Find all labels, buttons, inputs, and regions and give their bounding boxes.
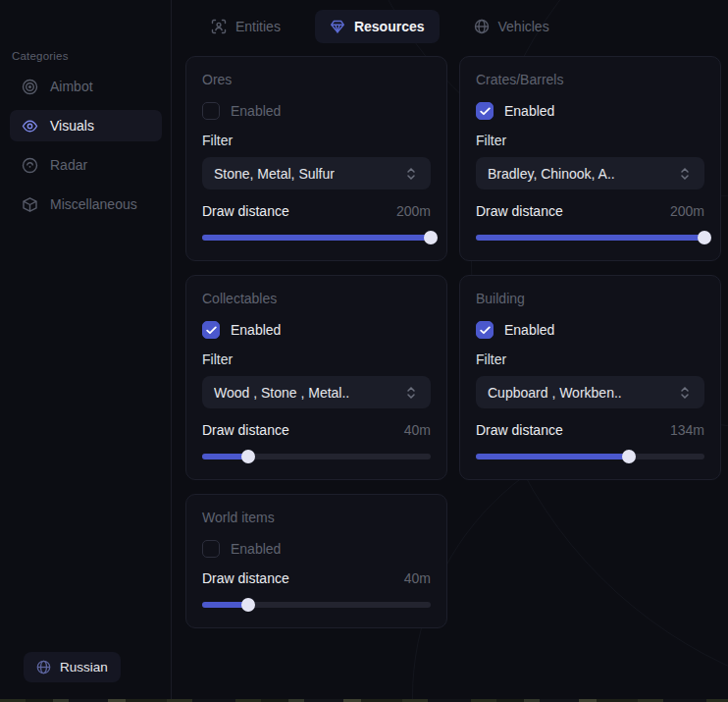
tab-label: Entities [235,19,281,34]
enabled-row: Enabled [202,102,431,120]
categories-heading: Categories [12,50,69,62]
filter-label: Filter [202,133,431,148]
enabled-label: Enabled [504,322,554,338]
enabled-row: Enabled [202,540,431,558]
slider-thumb[interactable] [424,231,438,244]
sidebar-item-label: Visuals [50,118,94,134]
draw-distance-slider[interactable] [202,231,431,244]
sidebar-item-label: Radar [50,157,87,173]
language-button-label: Russian [60,660,108,675]
slider-thumb[interactable] [241,450,255,463]
right-column: Crates/Barrels Enabled Filter Bradley, C… [459,56,721,628]
slider-thumb[interactable] [698,231,711,244]
slider-track [476,235,704,241]
draw-distance-slider[interactable] [202,598,431,612]
left-column: Ores Enabled Filter Stone, Metal, Sulfur… [185,56,447,628]
chevron-updown-icon [679,386,693,400]
card-collectables: Collectables Enabled Filter Wood , Stone… [185,275,447,480]
sidebar-item-label: Miscellaneous [50,196,137,212]
card-ores: Ores Enabled Filter Stone, Metal, Sulfur… [185,56,447,261]
tab-entities[interactable]: Entities [196,10,295,43]
distance-label: Draw distance [202,203,289,219]
slider-fill [202,454,248,459]
filter-label: Filter [476,351,704,367]
radar-icon [22,157,38,174]
card-title: Crates/Barrels [476,72,704,87]
sidebar-item-visuals[interactable]: Visuals [10,110,162,141]
enabled-checkbox[interactable] [202,102,220,120]
enabled-label: Enabled [231,541,281,557]
miscellaneous-icon [22,196,38,213]
filter-value: Stone, Metal, Sulfur [214,166,335,182]
sidebar: Categories Aimbot Visuals [0,0,172,702]
enabled-checkbox[interactable] [202,321,220,339]
card-title: World items [202,510,431,525]
slider-thumb[interactable] [241,598,255,612]
category-nav: Aimbot Visuals [10,71,162,220]
draw-distance-slider[interactable] [476,231,704,244]
visuals-icon [22,118,38,135]
distance-row: Draw distance 40m [202,570,431,586]
aimbot-icon [22,79,38,95]
filter-select[interactable]: Bradley, Chinook, A.. [476,157,704,189]
chevron-updown-icon [405,167,419,181]
filter-label: Filter [202,351,431,367]
sidebar-item-aimbot[interactable]: Aimbot [10,71,162,102]
tab-label: Vehicles [498,19,549,34]
enabled-row: Enabled [476,102,704,120]
language-button[interactable]: Russian [24,652,121,682]
sidebar-item-label: Aimbot [50,79,93,94]
slider-track [476,454,704,459]
card-world-items: World items Enabled Draw distance 40m [185,494,447,628]
distance-row: Draw distance 200m [202,203,431,219]
globe-icon [36,660,51,675]
filter-value: Bradley, Chinook, A.. [488,166,615,182]
slider-track [202,454,431,459]
distance-value: 40m [404,422,431,438]
distance-label: Draw distance [202,570,289,586]
distance-value: 134m [670,422,704,438]
card-title: Collectables [202,291,431,306]
distance-value: 200m [396,203,431,219]
enabled-row: Enabled [476,321,704,339]
distance-row: Draw distance 40m [202,422,431,438]
distance-value: 200m [670,203,704,219]
tab-vehicles[interactable]: Vehicles [459,10,564,43]
resources-icon [330,19,345,34]
slider-fill [202,235,431,241]
draw-distance-slider[interactable] [476,450,704,463]
distance-row: Draw distance 200m [476,203,704,219]
filter-select[interactable]: Stone, Metal, Sulfur [202,157,431,189]
enabled-checkbox[interactable] [202,540,220,558]
filter-select[interactable]: Wood , Stone , Metal.. [202,376,431,408]
tab-bar: Entities Resources Vehicles [196,10,564,43]
settings-grid: Ores Enabled Filter Stone, Metal, Sulfur… [185,56,721,628]
card-crates-barrels: Crates/Barrels Enabled Filter Bradley, C… [459,56,721,261]
enabled-row: Enabled [202,321,431,339]
enabled-checkbox[interactable] [476,102,494,120]
filter-label: Filter [476,133,704,148]
enabled-label: Enabled [231,322,281,338]
enabled-checkbox[interactable] [476,321,494,339]
enabled-label: Enabled [231,103,281,119]
slider-fill [476,454,629,459]
entities-icon [211,19,227,34]
slider-thumb[interactable] [622,450,636,463]
slider-track [202,235,431,241]
chevron-updown-icon [405,386,419,400]
slider-track [202,602,431,608]
distance-label: Draw distance [476,422,563,438]
card-title: Ores [202,72,431,87]
tab-resources[interactable]: Resources [315,10,440,43]
draw-distance-slider[interactable] [202,450,431,463]
slider-fill [202,602,248,608]
enabled-label: Enabled [504,103,554,119]
filter-select[interactable]: Cupboard , Workben.. [476,376,704,408]
filter-value: Cupboard , Workben.. [488,385,622,401]
sidebar-item-miscellaneous[interactable]: Miscellaneous [10,189,162,220]
cheat-menu-window: Categories Aimbot Visuals [0,0,728,702]
distance-label: Draw distance [202,422,289,438]
distance-value: 40m [404,570,431,586]
sidebar-item-radar[interactable]: Radar [10,149,162,181]
distance-label: Draw distance [476,203,563,219]
